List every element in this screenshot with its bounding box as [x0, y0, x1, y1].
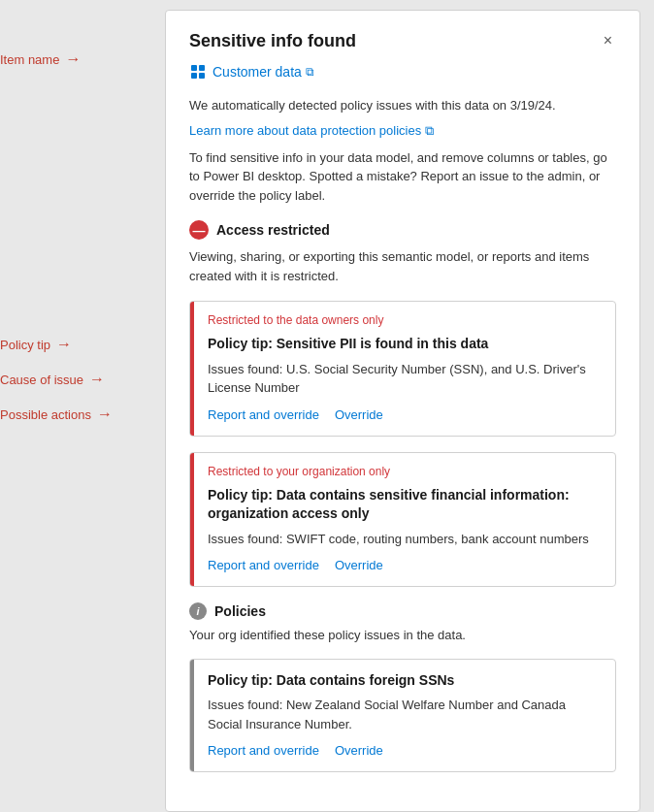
dialog-title: Sensitive info found: [189, 31, 356, 51]
policy-card-1: Restricted to the data owners only Polic…: [189, 301, 616, 437]
grid-icon-inner: [191, 65, 205, 79]
cause-of-issue-annotation: Cause of issue →: [0, 371, 105, 388]
close-button[interactable]: ×: [600, 30, 616, 51]
policies-card-1-actions: Report and override Override: [208, 743, 602, 758]
policy-card-1-title: Policy tip: Sensitive PII is found in th…: [208, 335, 602, 354]
item-external-link-icon: ⧉: [306, 65, 314, 79]
policy-card-2-title: Policy tip: Data contains sensitive fina…: [208, 486, 602, 524]
policies-card-1-title: Policy tip: Data contains foreign SSNs: [208, 671, 602, 691]
policy-card-1-inner: Restricted to the data owners only Polic…: [190, 302, 615, 436]
policies-card-1-override[interactable]: Override: [335, 743, 383, 758]
policy-card-2-inner: Restricted to your organization only Pol…: [190, 453, 615, 587]
policy-card-2: Restricted to your organization only Pol…: [189, 452, 616, 588]
learn-more-label: Learn more about data protection policie…: [189, 123, 421, 138]
learn-more-external-icon: ⧉: [425, 123, 434, 139]
policy-card-1-actions: Report and override Override: [208, 407, 602, 422]
policy-tip-annotation-label: Policy tip: [0, 338, 50, 352]
possible-actions-annotation-label: Possible actions: [0, 407, 91, 422]
item-name-row: Customer data ⧉: [189, 63, 616, 81]
possible-actions-arrow: →: [97, 406, 113, 423]
item-name-annotation-label: Item name: [0, 52, 59, 67]
cause-of-issue-arrow: →: [89, 371, 105, 388]
policies-card-1-report-override[interactable]: Report and override: [208, 743, 319, 758]
restricted-title: Access restricted: [216, 222, 330, 238]
policy-card-2-override[interactable]: Override: [335, 558, 383, 572]
instruction-text: To find sensitive info in your data mode…: [189, 148, 616, 206]
policy-card-2-restricted-label: Restricted to your organization only: [208, 465, 602, 478]
description-block: We automatically detected policy issues …: [189, 96, 616, 205]
restricted-icon: [189, 220, 209, 240]
sensitive-info-dialog: Sensitive info found × Customer data ⧉ W…: [165, 10, 640, 812]
policy-card-1-restricted-label: Restricted to the data owners only: [208, 313, 602, 327]
policies-card-1-inner: Policy tip: Data contains foreign SSNs I…: [190, 660, 615, 772]
policies-section-title: Policies: [214, 603, 266, 619]
policies-section-description: Your org identified these policy issues …: [189, 626, 616, 645]
policy-tip-arrow: →: [56, 336, 72, 353]
auto-detected-text: We automatically detected policy issues …: [189, 96, 616, 115]
policies-card-1-issues: Issues found: New Zealand Social Welfare…: [208, 696, 602, 733]
cause-of-issue-annotation-label: Cause of issue: [0, 373, 83, 387]
policies-info-icon: [189, 602, 207, 620]
item-name-link[interactable]: Customer data ⧉: [213, 64, 314, 80]
item-grid-icon: [189, 63, 207, 81]
policies-section-header: Policies: [189, 602, 616, 620]
possible-actions-annotation: Possible actions →: [0, 406, 113, 423]
access-restricted-header: Access restricted: [189, 220, 616, 240]
policies-card-1: Policy tip: Data contains foreign SSNs I…: [189, 659, 616, 773]
learn-more-link[interactable]: Learn more about data protection policie…: [189, 123, 434, 139]
restricted-description: Viewing, sharing, or exporting this sema…: [189, 247, 616, 285]
policy-card-2-issues: Issues found: SWIFT code, routing number…: [208, 530, 602, 549]
dialog-header: Sensitive info found ×: [189, 30, 616, 51]
policy-card-2-actions: Report and override Override: [208, 558, 602, 572]
outer-wrapper: Item name → Policy tip → Cause of issue …: [0, 10, 654, 812]
item-name-text: Customer data: [213, 64, 302, 80]
policy-card-2-report-override[interactable]: Report and override: [208, 558, 319, 572]
item-name-annotation: Item name →: [0, 50, 81, 68]
policy-card-1-issues: Issues found: U.S. Social Security Numbe…: [208, 360, 602, 398]
policy-card-1-override[interactable]: Override: [335, 407, 383, 422]
item-name-arrow: →: [65, 50, 81, 68]
policy-tip-annotation: Policy tip →: [0, 336, 72, 353]
policy-card-1-report-override[interactable]: Report and override: [208, 407, 319, 422]
